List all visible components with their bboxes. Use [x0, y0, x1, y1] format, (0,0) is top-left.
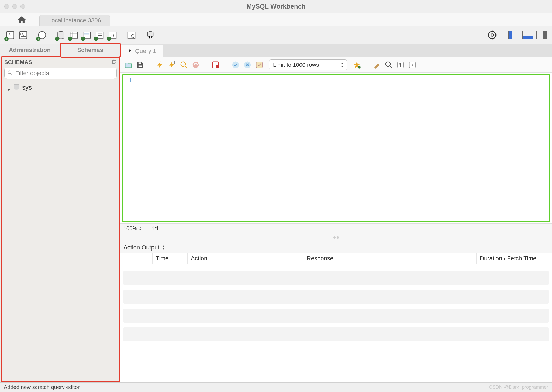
filter-objects-field[interactable]: [15, 69, 114, 77]
home-icon: [17, 15, 26, 26]
settings-gear-icon[interactable]: [487, 30, 498, 40]
execute-current-button[interactable]: I: [167, 60, 177, 70]
toggle-right-panel-button[interactable]: [536, 31, 547, 39]
create-function-button[interactable]: () +: [107, 30, 118, 40]
main-area: Query 1 I: [120, 44, 552, 382]
toggle-invisible-chars-button[interactable]: ¶: [396, 60, 405, 70]
zoom-value: 100%: [123, 225, 137, 232]
close-window-icon[interactable]: [4, 4, 9, 9]
connection-tab-strip: Local instance 3306: [0, 13, 552, 26]
schema-tree-item-label: sys: [22, 84, 32, 91]
search-table-data-button[interactable]: [126, 30, 137, 40]
statusbar: Added new scratch query editor CSDN @Dar…: [0, 382, 552, 392]
new-sql-tab-button[interactable]: SQL +: [5, 30, 16, 40]
col-time[interactable]: Time: [153, 253, 188, 264]
output-row-placeholder: [123, 271, 549, 285]
status-message: Added new scratch query editor: [4, 384, 80, 390]
titlebar: MySQL Workbench: [0, 0, 552, 13]
sidebar: Administration Schemas SCHEMAS: [0, 44, 120, 382]
plus-badge-icon: +: [94, 37, 98, 41]
editor-zoom-bar: 100% ▴▾ 1:1: [120, 223, 552, 233]
database-icon: [13, 83, 20, 92]
svg-rect-21: [139, 65, 142, 67]
output-row-placeholder: [123, 309, 549, 323]
window-title: MySQL Workbench: [0, 3, 552, 10]
svg-rect-9: [84, 33, 89, 34]
minimize-window-icon[interactable]: [12, 4, 17, 9]
server-status-button[interactable]: i +: [37, 30, 47, 40]
col-response[interactable]: Response: [303, 253, 477, 264]
svg-point-18: [8, 71, 11, 74]
query-tab[interactable]: Query 1: [120, 45, 163, 57]
toggle-safe-updates-button[interactable]: [254, 60, 264, 70]
schema-tree-item[interactable]: sys: [3, 82, 118, 93]
splitter-handle[interactable]: [120, 233, 552, 242]
home-tab[interactable]: [4, 15, 39, 26]
svg-text:+: +: [359, 66, 360, 69]
connection-tab[interactable]: Local instance 3306: [39, 15, 110, 26]
toggle-left-panel-button[interactable]: [508, 31, 519, 39]
plus-badge-icon: +: [55, 37, 59, 41]
plus-badge-icon: +: [81, 37, 85, 41]
output-table-header: Time Action Response Duration / Fetch Ti…: [120, 253, 552, 264]
lightning-icon: [127, 48, 132, 55]
save-file-button[interactable]: [135, 60, 145, 70]
svg-text:SQL: SQL: [7, 32, 13, 36]
reconnect-button[interactable]: [145, 30, 156, 40]
create-table-button[interactable]: +: [68, 30, 79, 40]
refresh-schemas-icon[interactable]: [111, 59, 117, 66]
main-toolbar: SQL + SQL i + + + + + (): [0, 26, 552, 44]
toggle-autocommit-button[interactable]: [211, 60, 220, 70]
stop-button[interactable]: [191, 60, 201, 70]
filter-objects-input[interactable]: [4, 68, 117, 79]
stepper-icon[interactable]: ▴▾: [139, 226, 141, 231]
explain-button[interactable]: [179, 60, 189, 70]
commit-button[interactable]: [231, 60, 240, 70]
window-controls: [4, 4, 25, 9]
chevron-right-icon: [7, 86, 11, 89]
query-tabs: Query 1: [120, 44, 552, 57]
tab-administration[interactable]: Administration: [0, 44, 60, 57]
search-icon: [7, 70, 13, 77]
create-view-button[interactable]: +: [81, 30, 92, 40]
row-limit-select[interactable]: Limit to 1000 rows ▴▾: [269, 60, 347, 70]
sql-editor[interactable]: 1: [122, 74, 550, 222]
favorite-button[interactable]: +: [352, 60, 362, 70]
execute-button[interactable]: [155, 60, 165, 70]
output-selector-label: Action Output: [123, 244, 159, 251]
tab-schemas[interactable]: Schemas: [60, 43, 121, 58]
svg-rect-34: [409, 62, 416, 68]
svg-point-17: [491, 34, 494, 36]
col-action[interactable]: Action: [188, 253, 303, 264]
find-button[interactable]: [384, 60, 394, 70]
plus-badge-icon: +: [68, 37, 72, 41]
open-sql-file-button[interactable]: SQL: [18, 30, 29, 40]
sidebar-tabs: Administration Schemas: [0, 44, 120, 57]
create-procedure-button[interactable]: +: [94, 30, 105, 40]
plus-badge-icon: +: [4, 37, 9, 41]
svg-point-31: [386, 62, 391, 66]
toggle-wrap-button[interactable]: [408, 60, 417, 70]
watermark: CSDN @Dark_programmer: [489, 384, 548, 390]
output-row-placeholder: [123, 290, 549, 304]
schema-tree: sys: [2, 81, 119, 94]
schemas-header: SCHEMAS: [4, 59, 32, 65]
col-duration[interactable]: Duration / Fetch Time: [477, 253, 552, 264]
output-rows: [120, 264, 552, 382]
toggle-bottom-panel-button[interactable]: [522, 31, 533, 39]
stepper-icon: ▴▾: [163, 245, 164, 250]
plus-badge-icon: +: [107, 37, 111, 41]
output-selector[interactable]: Action Output ▴▾: [120, 242, 552, 253]
rollback-button[interactable]: [243, 60, 252, 70]
output-row-placeholder: [123, 327, 549, 341]
editor-gutter: 1: [123, 75, 135, 221]
beautify-button[interactable]: [372, 60, 382, 70]
create-schema-button[interactable]: +: [56, 30, 66, 40]
zoom-window-icon[interactable]: [20, 4, 25, 9]
line-number: 1: [123, 76, 133, 84]
query-tab-label: Query 1: [135, 48, 156, 55]
sql-editor-wrapper: 1: [120, 73, 552, 223]
row-limit-label: Limit to 1000 rows: [273, 62, 319, 68]
stepper-icon: ▴▾: [341, 62, 343, 68]
open-file-button[interactable]: [123, 60, 133, 70]
